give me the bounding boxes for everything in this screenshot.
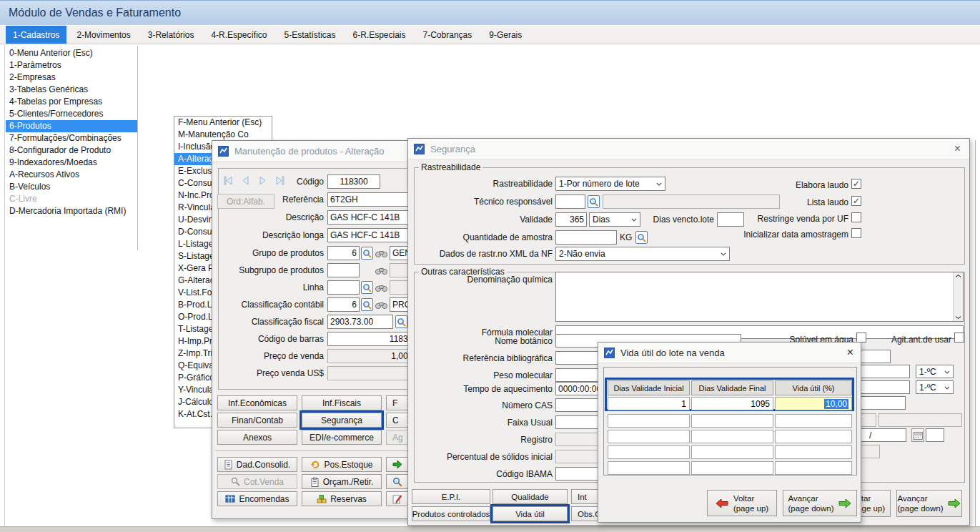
temp-unit-select-2[interactable]: 1-ºC (916, 380, 954, 394)
tecnico-search-button[interactable] (588, 195, 600, 208)
pos-estoque-button[interactable]: Pos.Estoque (302, 457, 382, 472)
finan-contab-button[interactable]: Finan/Contab (217, 413, 297, 428)
close-icon[interactable]: × (954, 142, 961, 155)
tab-movimentos[interactable]: 2-Movimentos (69, 26, 137, 44)
shelf-dialog-title-bar[interactable]: Vida útil do lote na venda (598, 343, 861, 363)
menu-item-3[interactable]: 3-Tabelas Genéricas (6, 84, 137, 96)
anexos-button[interactable]: Anexos (217, 430, 297, 445)
scroll-down-icon[interactable] (955, 315, 961, 320)
submenu-item-0[interactable]: F-Menu Anterior (Esc) (174, 117, 272, 129)
cell-r1-dias-inicial[interactable]: 1 (608, 397, 690, 410)
tab-gerais[interactable]: 9-Gerais (482, 26, 529, 44)
cell-r1-dias-final[interactable]: 1095 (691, 397, 773, 410)
elabora-laudo-checkbox[interactable] (851, 179, 861, 189)
textarea-scrollbar[interactable] (953, 272, 963, 321)
menu-item-1[interactable]: 1-Parâmetros (6, 59, 137, 72)
tecnico-field[interactable] (555, 194, 585, 209)
tempo-aquec-field[interactable]: 0000:00:00 (555, 382, 598, 395)
scroll-up-icon[interactable] (955, 274, 961, 278)
descricao-field[interactable]: GAS HCF-C 141B (327, 210, 420, 225)
col-header-dias-inicial[interactable]: Dias Validade Inicial (608, 380, 690, 395)
cell-r5-c2[interactable] (691, 461, 773, 475)
menu-item-13[interactable]: D-Mercadoria Importada (RMI) (6, 205, 137, 217)
tab-r-especifico[interactable]: 4-R.Específico (204, 26, 274, 44)
cell-r4-c2[interactable] (691, 445, 773, 459)
cell-r4-c3[interactable] (775, 445, 852, 459)
menu-item-7[interactable]: 7-Formulações/Combinações (6, 132, 137, 144)
menu-item-9[interactable]: 9-Indexadores/Moedas (6, 157, 137, 169)
menu-item-0[interactable]: 0-Menu Anterior (Esc) (6, 47, 137, 59)
qualidade-button[interactable]: Qualidade (493, 489, 568, 504)
security-dialog-title-bar[interactable]: Segurança (408, 139, 969, 159)
shelf-avancar-button[interactable]: Avançar(page down) (783, 490, 857, 516)
tab-estatisticas[interactable]: 5-Estatísticas (277, 26, 342, 44)
cell-r3-c2[interactable] (691, 430, 773, 443)
close-icon[interactable]: × (847, 346, 853, 359)
dad-consolid-button[interactable]: Dad.Consolid. (217, 457, 297, 472)
validade-unit-select[interactable]: Dias (589, 212, 640, 227)
class-contabil-binoculars-icon[interactable] (375, 300, 388, 310)
menu-item-2[interactable]: 2-Empresas (6, 72, 137, 84)
inf-fiscais-button[interactable]: Inf.Fiscais (302, 395, 382, 410)
menu-item-11[interactable]: B-Veículos (6, 181, 137, 193)
cell-r3-c1[interactable] (608, 430, 690, 443)
inicializar-amostragem-checkbox[interactable] (851, 228, 861, 238)
vida-util-button[interactable]: Vida útil (493, 506, 568, 521)
cell-r3-c3[interactable] (775, 430, 852, 443)
subgrupo-binoculars-icon[interactable] (375, 266, 388, 275)
security-avancar-button[interactable]: Avançar(page down) (896, 490, 962, 517)
calendar-button[interactable] (911, 428, 924, 442)
class-contabil-search-button[interactable] (361, 298, 373, 311)
tab-r-especiais[interactable]: 6-R.Especiais (346, 26, 413, 44)
menu-item-5[interactable]: 5-Clientes/Fornecedores (6, 108, 137, 120)
inf-economicas-button[interactable]: Inf.Econômicas (217, 395, 297, 410)
subgrupo-code-field[interactable] (327, 263, 360, 277)
cell-r2-c2[interactable] (691, 414, 773, 428)
produtos-controlados-button[interactable]: Produtos controlados (412, 506, 490, 521)
tab-relatorios[interactable]: 3-Relatórios (141, 26, 202, 44)
tab-cadastros[interactable]: 1-Cadastros (6, 26, 66, 44)
temp-unit-select-1[interactable]: 1-ºC (916, 365, 954, 378)
cell-r2-c3[interactable] (775, 414, 852, 428)
qtd-amostra-field[interactable] (555, 230, 617, 245)
rastreabilidade-select[interactable]: 1-Por número de lote (555, 177, 665, 191)
grupo-code-field[interactable]: 6 (327, 246, 360, 260)
class-fiscal-search-button[interactable] (395, 315, 407, 328)
class-contabil-code-field[interactable]: 6 (327, 297, 360, 312)
orcam-retir-button[interactable]: Orçam./Retir. (302, 474, 382, 489)
linha-code-field[interactable] (327, 280, 360, 295)
soluvel-checkbox[interactable] (856, 332, 866, 343)
descricao-longa-field[interactable]: GAS HCF-C 141B (327, 228, 420, 242)
edi-ecommerce-button[interactable]: EDI/e-commerce (302, 430, 382, 445)
lista-laudo-checkbox[interactable] (851, 196, 861, 206)
cell-r4-c1[interactable] (608, 445, 690, 459)
validade-field[interactable]: 365 (555, 212, 587, 227)
grupo-binoculars-icon[interactable] (375, 249, 388, 258)
encomendas-button[interactable]: Encomendas (217, 491, 297, 506)
menu-item-produtos-selected[interactable]: 6-Produtos (6, 120, 137, 132)
dados-rastr-select[interactable]: 2-Não envia (555, 247, 730, 261)
cell-r5-c1[interactable] (608, 461, 690, 475)
seguranca-button[interactable]: Segurança (302, 413, 382, 428)
cell-r1-vida-util-editing[interactable]: 10,00 (775, 397, 852, 410)
agitar-checkbox[interactable] (954, 332, 964, 343)
menu-item-8[interactable]: 8-Configurador de Produto (6, 144, 137, 157)
epi-button[interactable]: E.P.I. (412, 489, 490, 504)
qtd-amostra-search-button[interactable] (635, 231, 648, 244)
submenu-item-1[interactable]: M-Manutenção Co (174, 129, 272, 141)
cod-barras-field[interactable]: 118300 (327, 332, 420, 346)
referencia-field[interactable]: 6T2GH (327, 192, 420, 207)
col-header-vida-util[interactable]: Vida útil (%) (775, 380, 852, 395)
linha-binoculars-icon[interactable] (375, 283, 388, 292)
grupo-search-button[interactable] (361, 247, 373, 260)
denominacao-textarea[interactable] (555, 272, 964, 322)
menu-item-4[interactable]: 4-Tabelas por Empresas (6, 96, 137, 108)
class-fiscal-field[interactable]: 2903.73.00 (327, 315, 393, 329)
restringe-uf-checkbox[interactable] (851, 212, 861, 222)
linha-search-button[interactable] (361, 281, 373, 294)
tab-cobrancas[interactable]: 7-Cobranças (416, 26, 480, 44)
cell-r2-c1[interactable] (608, 414, 690, 428)
product-dialog-title-bar[interactable]: Manutenção de produtos - Alteração (212, 141, 420, 162)
menu-item-10[interactable]: A-Recursos Ativos (6, 169, 137, 181)
col-header-dias-final[interactable]: Dias Validade Final (691, 380, 773, 395)
